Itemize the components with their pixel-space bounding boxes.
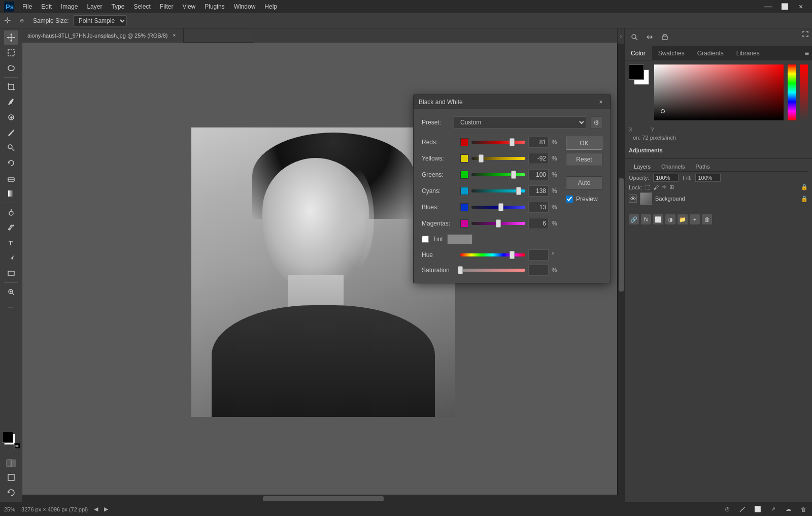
greens-swatch[interactable] [460, 171, 468, 179]
color-alpha-bar[interactable] [800, 64, 808, 120]
tab-channels[interactable]: Channels [656, 162, 690, 171]
menu-filter[interactable]: Filter [156, 2, 178, 11]
panel-icon-search[interactable] [628, 30, 641, 44]
brush-tool[interactable] [4, 125, 18, 140]
zoom-tool[interactable] [4, 285, 18, 299]
link-layers-button[interactable]: 🔗 [629, 214, 639, 224]
preview-checkbox[interactable] [566, 196, 573, 203]
panel-expand-icon[interactable] [802, 30, 809, 44]
hue-slider-track[interactable] [460, 253, 525, 256]
hue-thumb[interactable] [510, 251, 515, 259]
spot-healing-tool[interactable] [4, 110, 18, 124]
swap-colors-icon[interactable]: ⇄ [14, 443, 20, 449]
cyans-value[interactable] [528, 185, 549, 197]
magentas-thumb[interactable] [496, 219, 501, 228]
rectangular-marquee-tool[interactable] [4, 46, 18, 60]
arrange-icon[interactable]: ⬜ [753, 505, 762, 514]
reds-thumb[interactable] [510, 138, 515, 146]
lock-artboard-icon[interactable]: ⊞ [669, 184, 674, 190]
tab-close-button[interactable]: × [171, 32, 178, 39]
export-icon[interactable]: ↗ [768, 505, 777, 514]
saturation-track[interactable] [460, 269, 525, 272]
history-brush-tool[interactable] [4, 156, 18, 170]
layer-visibility-toggle[interactable]: 👁 [629, 195, 637, 203]
color-gradient-picker[interactable] [654, 64, 784, 120]
tab-layers[interactable]: Layers [629, 162, 656, 171]
preset-select[interactable]: Custom [454, 116, 586, 128]
v-scroll-thumb[interactable] [619, 178, 624, 292]
document-tab[interactable]: aiony-haust-3TLI_97HNJo-unsplash.jpg @ 2… [22, 28, 184, 43]
adjustment-layer-button[interactable]: ◑ [665, 214, 675, 224]
path-selection-tool[interactable] [4, 251, 18, 265]
menu-plugins[interactable]: Plugins [200, 2, 228, 11]
lasso-tool[interactable] [4, 61, 18, 75]
yellows-thumb[interactable] [479, 154, 484, 163]
saturation-thumb[interactable] [458, 266, 463, 274]
greens-value[interactable] [528, 169, 549, 180]
layer-item-background[interactable]: 👁 Background 🔒 [629, 190, 808, 207]
scroll-next-arrow[interactable]: ▶ [104, 506, 108, 512]
reds-value[interactable] [528, 137, 549, 148]
menu-window[interactable]: Window [230, 2, 260, 11]
change-screen-mode[interactable] [4, 470, 18, 485]
tint-color-swatch[interactable] [447, 234, 472, 244]
menu-edit[interactable]: Edit [37, 2, 56, 11]
blues-track[interactable] [471, 206, 525, 209]
rotate-view-tool[interactable] [4, 486, 18, 500]
tab-swatches[interactable]: Swatches [652, 46, 691, 60]
magentas-track[interactable] [471, 222, 525, 225]
clone-stamp-tool[interactable] [4, 141, 18, 155]
foreground-color-swatch[interactable] [2, 432, 13, 443]
cyans-thumb[interactable] [516, 187, 521, 195]
greens-thumb[interactable] [511, 171, 516, 179]
magentas-value[interactable] [528, 218, 549, 229]
menu-image[interactable]: Image [57, 2, 82, 11]
tab-color[interactable]: Color [625, 46, 652, 60]
curves-icon[interactable] [738, 505, 747, 514]
lock-image-icon[interactable]: 🖌 [653, 184, 659, 190]
menu-file[interactable]: File [18, 2, 36, 11]
scroll-prev-arrow[interactable]: ◀ [94, 506, 98, 512]
quick-mask-mode[interactable] [4, 455, 18, 469]
minimize-button[interactable]: — [761, 0, 775, 14]
cloud-icon[interactable]: ☁ [784, 505, 793, 514]
lock-transparent-icon[interactable]: ⬚ [645, 184, 650, 190]
sample-size-select[interactable]: Point Sample [73, 15, 127, 26]
yellows-value[interactable] [528, 153, 549, 164]
tab-libraries[interactable]: Libraries [730, 46, 766, 60]
auto-button[interactable]: Auto [566, 176, 602, 189]
yellows-track[interactable] [471, 157, 525, 160]
tab-paths[interactable]: Paths [691, 162, 715, 171]
color-spectrum-bar[interactable] [788, 64, 796, 120]
tab-gradients[interactable]: Gradients [691, 46, 730, 60]
close-button[interactable]: × [794, 0, 808, 14]
black-and-white-dialog[interactable]: Black and White × Preset: Custom ⚙ Reds: [413, 94, 611, 283]
cyans-swatch[interactable] [460, 187, 468, 195]
blues-swatch[interactable] [460, 203, 468, 211]
delete-layer-button[interactable]: 🗑 [702, 214, 712, 224]
type-tool[interactable]: T [4, 236, 18, 250]
cyans-track[interactable] [471, 189, 525, 192]
pen-tool[interactable] [4, 220, 18, 235]
menu-type[interactable]: Type [107, 2, 128, 11]
panel-icon-layer[interactable] [658, 30, 671, 44]
reds-swatch[interactable] [460, 138, 468, 146]
foreground-color-box[interactable] [629, 64, 644, 80]
h-scroll-thumb[interactable] [263, 496, 383, 501]
panel-menu-icon[interactable]: ≡ [805, 49, 809, 57]
menu-layer[interactable]: Layer [83, 2, 106, 11]
preset-gear-button[interactable]: ⚙ [590, 116, 602, 128]
blues-thumb[interactable] [498, 203, 503, 211]
eraser-tool[interactable] [4, 171, 18, 185]
reset-button[interactable]: Reset [566, 153, 602, 166]
crop-tool[interactable] [4, 80, 18, 94]
lock-all-icon[interactable]: 🔒 [801, 184, 808, 190]
hue-value-input[interactable] [528, 249, 549, 261]
opacity-input[interactable] [653, 174, 679, 182]
eyedropper-tool[interactable] [4, 95, 18, 109]
reds-track[interactable] [471, 141, 525, 144]
gradient-tool[interactable] [4, 186, 18, 201]
horizontal-scrollbar[interactable] [22, 495, 624, 502]
tint-checkbox[interactable] [422, 236, 429, 243]
dodge-tool[interactable] [4, 205, 18, 219]
